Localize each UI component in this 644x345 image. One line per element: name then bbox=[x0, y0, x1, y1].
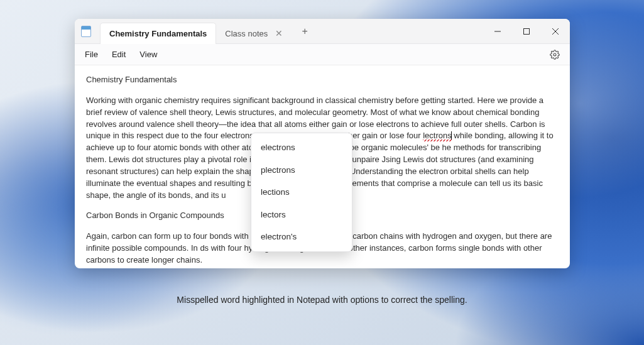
menu-view[interactable]: View bbox=[139, 50, 157, 59]
notepad-icon bbox=[81, 26, 91, 37]
minimize-button[interactable] bbox=[483, 19, 512, 44]
titlebar: Chemistry Fundamentals Class notes ✕ + bbox=[75, 19, 570, 44]
suggestion-item[interactable]: lectors bbox=[254, 204, 349, 226]
svg-point-4 bbox=[554, 53, 556, 56]
window-controls bbox=[483, 19, 570, 43]
menu-left: File Edit View bbox=[81, 50, 157, 59]
tab-label: Chemistry Fundamentals bbox=[109, 29, 207, 38]
suggestion-item[interactable]: electrons bbox=[254, 136, 349, 159]
spellcheck-suggestions-menu: electrons plectrons lections lectors ele… bbox=[251, 133, 352, 252]
tab-chemistry-fundamentals[interactable]: Chemistry Fundamentals bbox=[100, 23, 216, 44]
close-button[interactable] bbox=[541, 19, 570, 44]
maximize-button[interactable] bbox=[512, 19, 541, 44]
figure-caption: Misspelled word highlighted in Notepad w… bbox=[0, 295, 644, 305]
settings-button[interactable] bbox=[546, 46, 564, 63]
suggestion-item[interactable]: electron's bbox=[254, 226, 349, 248]
menubar: File Edit View bbox=[75, 44, 570, 65]
tab-label: Class notes bbox=[225, 29, 268, 38]
tab-strip: Chemistry Fundamentals Class notes ✕ + bbox=[97, 19, 483, 43]
menu-edit[interactable]: Edit bbox=[112, 50, 126, 59]
svg-rect-1 bbox=[524, 28, 530, 34]
misspelled-word[interactable]: lectrons bbox=[423, 131, 452, 140]
menu-file[interactable]: File bbox=[85, 50, 98, 59]
tab-class-notes[interactable]: Class notes ✕ bbox=[216, 23, 293, 43]
editor-content[interactable]: Chemistry Fundamentals Working with orga… bbox=[75, 65, 570, 268]
app-icon bbox=[75, 19, 97, 43]
close-icon[interactable]: ✕ bbox=[274, 28, 284, 39]
suggestion-item[interactable]: lections bbox=[254, 181, 349, 204]
suggestion-item[interactable]: plectrons bbox=[254, 159, 349, 182]
notepad-window: Chemistry Fundamentals Class notes ✕ + F… bbox=[75, 19, 570, 268]
new-tab-button[interactable]: + bbox=[295, 22, 314, 41]
document-title: Chemistry Fundamentals bbox=[86, 74, 559, 86]
